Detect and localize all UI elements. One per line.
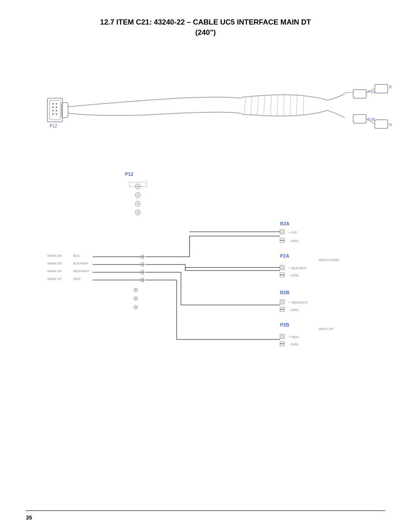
page: 12.7 ITEM C21: 43240-22 – CABLE UC5 INTE…: [0, 0, 411, 532]
title-line2: (240"): [26, 28, 385, 38]
footer: 35: [26, 510, 385, 521]
svg-rect-21: [353, 90, 366, 98]
svg-text:R2A: R2A: [280, 221, 290, 226]
svg-text:- GRN: - GRN: [289, 308, 299, 312]
svg-line-16: [277, 94, 278, 115]
svg-text:+ RED/WHT: + RED/WHT: [289, 301, 308, 305]
svg-text:- GRN: - GRN: [289, 342, 299, 346]
svg-line-12: [251, 96, 252, 115]
svg-text:BLK: BLK: [73, 254, 80, 258]
svg-point-114: [281, 335, 283, 338]
svg-point-8: [52, 113, 54, 115]
svg-text:- GRN: - GRN: [289, 274, 299, 277]
svg-point-9: [56, 113, 57, 115]
svg-rect-105: [280, 300, 284, 304]
svg-text:R2B: R2B: [280, 290, 290, 295]
svg-text:BLK/WHT: BLK/WHT: [73, 261, 89, 265]
p12-label: P12: [50, 124, 57, 128]
svg-rect-25: [353, 115, 366, 123]
svg-rect-1: [50, 100, 60, 120]
svg-rect-113: [280, 334, 284, 339]
svg-line-20: [303, 95, 304, 115]
svg-rect-98: [280, 265, 284, 270]
svg-line-14: [264, 96, 265, 115]
svg-text:RED: RED: [73, 277, 81, 281]
svg-point-2: [52, 103, 54, 105]
page-title: 12.7 ITEM C21: 43240-22 – CABLE UC5 INTE…: [26, 17, 385, 38]
svg-rect-90: [280, 230, 284, 234]
svg-line-17: [283, 94, 284, 116]
svg-text:+ ILR: + ILR: [289, 230, 297, 234]
svg-line-11: [244, 97, 246, 114]
svg-line-15: [271, 95, 271, 115]
svg-text:MAIN DN: MAIN DN: [47, 254, 62, 258]
cable-diagram-svg: P2A R2A P2B R2B P12: [26, 47, 392, 167]
svg-text:+ RED: + RED: [289, 335, 299, 339]
svg-text:MAIN UP: MAIN UP: [47, 269, 62, 273]
svg-text:R2A: R2A: [389, 85, 392, 89]
svg-point-106: [281, 301, 283, 303]
svg-point-91: [281, 230, 283, 233]
svg-point-4: [52, 106, 54, 108]
svg-text:RED/WHT: RED/WHT: [73, 269, 89, 273]
svg-point-7: [56, 110, 57, 112]
svg-text:- GRN: - GRN: [289, 239, 299, 243]
svg-line-13: [257, 96, 258, 115]
svg-rect-23: [375, 84, 388, 93]
p12-schematic-label: P12: [125, 171, 134, 177]
svg-text:MAIN DOWN: MAIN DOWN: [319, 258, 339, 262]
svg-text:MAIN DN: MAIN DN: [47, 261, 62, 265]
svg-text:P2B: P2B: [280, 322, 289, 327]
svg-text:R2B: R2B: [389, 123, 392, 127]
svg-text:P2A: P2A: [280, 253, 289, 258]
svg-text:+ BLK/WHT: + BLK/WHT: [289, 266, 307, 270]
title-line1: 12.7 ITEM C21: 43240-22 – CABLE UC5 INTE…: [26, 17, 385, 28]
svg-text:MAIN UP: MAIN UP: [319, 327, 333, 331]
svg-line-18: [290, 94, 291, 116]
svg-point-6: [52, 110, 54, 112]
svg-point-99: [281, 266, 283, 269]
svg-point-3: [56, 103, 57, 105]
schematic-diagram-svg: P12 MAIN DN BLK MAIN DN BLK/WHT MAIN UP: [26, 163, 392, 408]
svg-rect-27: [375, 120, 388, 128]
svg-line-19: [296, 94, 297, 115]
page-number: 35: [26, 514, 32, 521]
svg-text:MAIN UP: MAIN UP: [47, 277, 62, 281]
svg-text:P2B: P2B: [367, 117, 375, 121]
svg-point-5: [56, 106, 57, 108]
diagram-area: P2A R2A P2B R2B P12 P12: [26, 47, 385, 434]
